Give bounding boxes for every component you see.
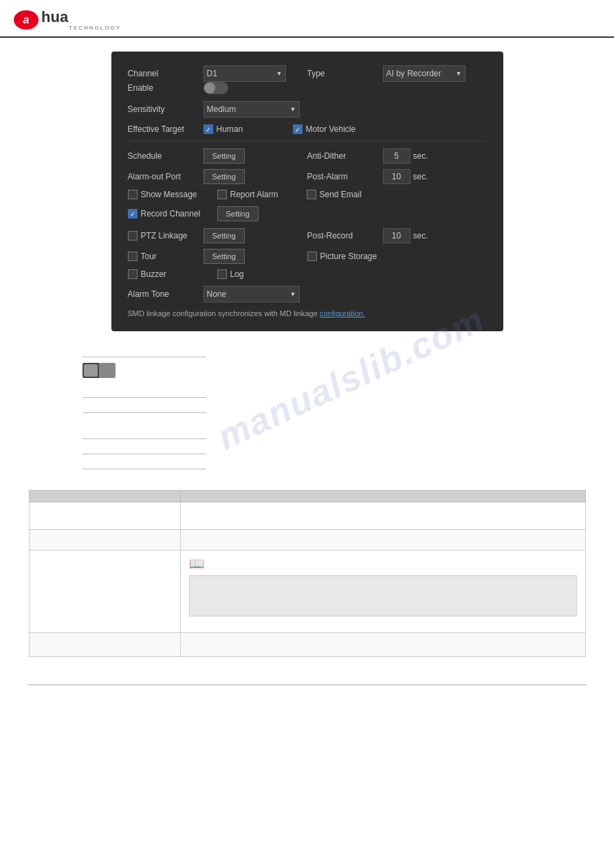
ptz-linkage-setting-btn[interactable]: Setting [204, 228, 245, 243]
show-message-text: Show Message [141, 190, 197, 199]
log-text: Log [230, 269, 244, 279]
logo-oval: a [14, 10, 39, 30]
table-cell-col2 [180, 530, 585, 550]
note-book-icon: 📖 [189, 556, 577, 571]
alarm-tone-row: Alarm Tone None [128, 286, 487, 302]
log-checkbox[interactable] [217, 269, 227, 279]
line-item-6 [83, 457, 206, 469]
sensitivity-row: Sensitivity Medium [128, 101, 487, 118]
logo-subtext: TECHNOLOGY [69, 25, 121, 31]
table-col1-header [29, 491, 180, 502]
alarm-out-post-alarm-row: Alarm-out Port Setting Post-Alarm sec. [128, 169, 487, 184]
motor-vehicle-label: Motor Vehicle [306, 124, 356, 134]
post-alarm-unit: sec. [413, 172, 428, 181]
tour-checkbox[interactable] [128, 252, 138, 261]
enable-toggle[interactable] [204, 82, 228, 94]
picture-storage-text: Picture Storage [320, 252, 377, 261]
table-cell-col1 [29, 530, 180, 550]
alarm-out-label: Alarm-out Port [128, 172, 204, 181]
logo-brand: hua [41, 8, 68, 26]
tour-text: Tour [141, 252, 157, 261]
anti-dither-unit: sec. [413, 151, 428, 161]
table-row [29, 502, 585, 530]
table-cell-col2: 📖 [180, 550, 585, 633]
ptz-linkage-checkbox[interactable] [128, 231, 138, 241]
schedule-antidither-row: Schedule Setting Anti-Dither sec. [128, 148, 487, 164]
record-channel-setting-btn[interactable]: Setting [217, 206, 259, 221]
log-checkbox-label[interactable]: Log [217, 269, 286, 279]
enable-row: Enable [128, 82, 487, 94]
line-item-5 [83, 442, 206, 454]
note-box [189, 575, 577, 616]
toggle-knob-img [84, 364, 98, 377]
channel-select[interactable]: D1 [204, 65, 286, 82]
table-cell-col2 [180, 633, 585, 657]
alarm-tone-select-wrapper: None [204, 286, 300, 302]
config-note: SMD linkage configuration synchronizes w… [128, 309, 487, 318]
note-text: SMD linkage configuration synchronizes w… [128, 309, 320, 318]
send-email-checkbox[interactable] [307, 190, 316, 199]
footer-line [28, 685, 586, 685]
table-cell-col1 [29, 633, 180, 657]
channel-select-wrapper: D1 [204, 65, 286, 82]
alarm-tone-select[interactable]: None [204, 286, 300, 302]
buzzer-checkbox-label[interactable]: Buzzer [128, 269, 217, 279]
motor-vehicle-checkbox[interactable] [293, 124, 303, 134]
sensitivity-select[interactable]: Medium [204, 101, 300, 118]
logo: a hua TECHNOLOGY [14, 8, 121, 31]
human-label: Human [217, 124, 243, 134]
toggle-knob [204, 82, 215, 93]
post-record-input[interactable] [383, 228, 410, 243]
show-message-checkbox[interactable] [128, 190, 138, 199]
motor-vehicle-checkbox-label[interactable]: Motor Vehicle [293, 124, 362, 134]
table-row: 📖 [29, 550, 585, 633]
line-item-4 [83, 427, 206, 439]
info-table: 📖 [29, 490, 586, 657]
send-email-text: Send Email [320, 190, 362, 199]
record-channel-text: Record Channel [141, 209, 201, 219]
schedule-setting-btn[interactable]: Setting [204, 148, 245, 164]
send-email-label[interactable]: Send Email [307, 190, 375, 199]
header: a hua TECHNOLOGY [0, 0, 614, 38]
show-message-label[interactable]: Show Message [128, 190, 217, 199]
tour-setting-btn[interactable]: Setting [204, 249, 245, 264]
line-item-2 [83, 386, 206, 398]
toggle-image [83, 363, 116, 378]
picture-storage-checkbox-label[interactable]: Picture Storage [307, 252, 377, 261]
ptz-linkage-checkbox-label[interactable]: PTZ Linkage [128, 231, 204, 241]
tour-picture-row: Tour Setting Picture Storage [128, 249, 487, 264]
table-cell-col1 [29, 550, 180, 633]
alarm-out-setting-btn[interactable]: Setting [204, 169, 245, 184]
post-alarm-input[interactable] [383, 169, 410, 184]
table-cell-col1 [29, 502, 180, 530]
tour-checkbox-label[interactable]: Tour [128, 252, 204, 261]
schedule-label: Schedule [128, 151, 204, 161]
ptz-post-record-row: PTZ Linkage Setting Post-Record sec. [128, 228, 487, 243]
report-alarm-label[interactable]: Report Alarm [217, 190, 307, 199]
enable-label: Enable [128, 83, 204, 93]
picture-storage-checkbox[interactable] [307, 252, 317, 261]
buzzer-text: Buzzer [141, 269, 166, 279]
human-checkbox-label[interactable]: Human [204, 124, 272, 134]
report-alarm-checkbox[interactable] [217, 190, 227, 199]
post-record-label: Post-Record [307, 231, 383, 241]
type-select[interactable]: AI by Recorder [383, 65, 465, 82]
toggle-image-container [83, 363, 531, 380]
table-row [29, 633, 585, 657]
anti-dither-input[interactable] [383, 148, 410, 164]
effective-target-row: Effective Target Human Motor Vehicle [128, 124, 487, 134]
table-row [29, 530, 585, 550]
report-alarm-text: Report Alarm [230, 190, 278, 199]
effective-target-label: Effective Target [128, 124, 204, 134]
ptz-linkage-text: PTZ Linkage [141, 231, 188, 241]
buzzer-checkbox[interactable] [128, 269, 138, 279]
table-col2-header [180, 491, 585, 502]
logo-letter: a [23, 14, 30, 26]
post-record-unit: sec. [413, 231, 428, 241]
messages-row: Show Message Report Alarm Send Email [128, 190, 487, 199]
channel-type-row: Channel D1 Type AI by Recorder [128, 65, 487, 82]
human-checkbox[interactable] [204, 124, 213, 134]
note-link[interactable]: configuration. [320, 309, 365, 318]
record-channel-checkbox[interactable] [128, 209, 138, 219]
record-channel-checkbox-label[interactable]: Record Channel [128, 209, 217, 219]
